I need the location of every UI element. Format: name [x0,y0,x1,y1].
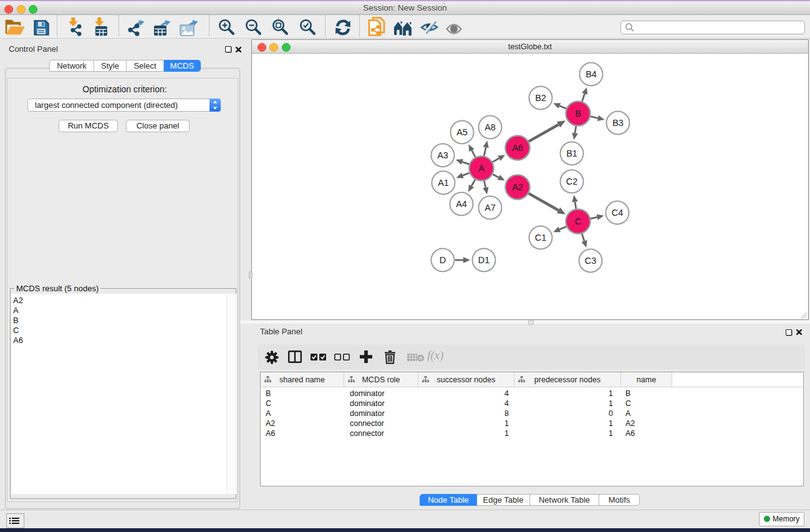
svg-text:D: D [440,255,446,265]
svg-text:D1: D1 [478,255,490,265]
svg-text:C3: C3 [585,256,597,266]
svg-text:C2: C2 [566,177,578,186]
svg-text:A4: A4 [456,199,467,209]
svg-text:A6: A6 [512,143,523,153]
svg-text:B2: B2 [535,93,546,103]
svg-text:C: C [575,216,581,226]
svg-text:C1: C1 [535,233,547,243]
svg-text:C4: C4 [612,208,624,218]
svg-text:A8: A8 [485,122,496,132]
svg-text:B4: B4 [586,69,597,79]
svg-text:B3: B3 [612,118,624,128]
svg-text:A3: A3 [437,150,448,160]
svg-text:B1: B1 [566,148,577,158]
svg-text:A: A [478,163,485,173]
svg-text:A5: A5 [456,127,468,137]
svg-text:B: B [575,109,581,118]
svg-text:A1: A1 [438,178,449,188]
svg-text:A7: A7 [485,203,496,213]
svg-text:A2: A2 [512,182,523,192]
